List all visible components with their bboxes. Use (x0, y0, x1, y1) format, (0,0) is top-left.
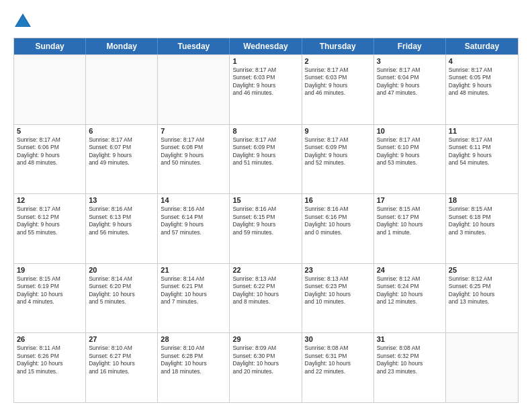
logo (13, 12, 35, 31)
cell-info: Sunrise: 8:14 AM Sunset: 6:20 PM Dayligh… (89, 275, 154, 306)
cell-info: Sunrise: 8:10 AM Sunset: 6:27 PM Dayligh… (89, 345, 154, 375)
calendar-cell-empty-0-2 (158, 55, 230, 124)
cell-info: Sunrise: 8:16 AM Sunset: 6:15 PM Dayligh… (232, 205, 298, 236)
header-cell-sunday: Sunday (14, 38, 86, 54)
cell-day-number: 10 (377, 127, 443, 135)
calendar-cell-27: 27Sunrise: 8:10 AM Sunset: 6:27 PM Dayli… (86, 333, 158, 402)
calendar-body: 1Sunrise: 8:17 AM Sunset: 6:03 PM Daylig… (14, 54, 518, 402)
calendar-cell-2: 2Sunrise: 8:17 AM Sunset: 6:03 PM Daylig… (302, 55, 374, 124)
calendar-cell-empty-0-1 (86, 55, 158, 124)
calendar-cell-29: 29Sunrise: 8:09 AM Sunset: 6:30 PM Dayli… (230, 333, 302, 402)
cell-day-number: 4 (449, 57, 515, 65)
cell-day-number: 9 (305, 127, 371, 135)
cell-info: Sunrise: 8:17 AM Sunset: 6:12 PM Dayligh… (17, 205, 83, 236)
calendar-row-1: 5Sunrise: 8:17 AM Sunset: 6:06 PM Daylig… (14, 124, 518, 194)
calendar-cell-17: 17Sunrise: 8:15 AM Sunset: 6:17 PM Dayli… (374, 194, 446, 263)
cell-info: Sunrise: 8:16 AM Sunset: 6:14 PM Dayligh… (161, 205, 226, 236)
cell-day-number: 25 (449, 266, 515, 274)
cell-day-number: 15 (232, 196, 298, 204)
cell-info: Sunrise: 8:12 AM Sunset: 6:25 PM Dayligh… (449, 275, 515, 306)
cell-info: Sunrise: 8:16 AM Sunset: 6:13 PM Dayligh… (89, 205, 154, 236)
cell-info: Sunrise: 8:12 AM Sunset: 6:24 PM Dayligh… (377, 275, 443, 306)
header-cell-thursday: Thursday (302, 38, 374, 54)
header-cell-monday: Monday (86, 38, 158, 54)
calendar-cell-4: 4Sunrise: 8:17 AM Sunset: 6:05 PM Daylig… (446, 55, 518, 124)
cell-day-number: 13 (89, 196, 154, 204)
cell-day-number: 20 (89, 266, 154, 274)
calendar-cell-24: 24Sunrise: 8:12 AM Sunset: 6:24 PM Dayli… (374, 264, 446, 333)
calendar-cell-23: 23Sunrise: 8:13 AM Sunset: 6:23 PM Dayli… (302, 264, 374, 333)
cell-day-number: 19 (17, 266, 83, 274)
cell-day-number: 29 (232, 335, 298, 343)
calendar-cell-5: 5Sunrise: 8:17 AM Sunset: 6:06 PM Daylig… (14, 125, 86, 194)
calendar-cell-19: 19Sunrise: 8:15 AM Sunset: 6:19 PM Dayli… (14, 264, 86, 333)
calendar-cell-13: 13Sunrise: 8:16 AM Sunset: 6:13 PM Dayli… (86, 194, 158, 263)
calendar-row-4: 26Sunrise: 8:11 AM Sunset: 6:26 PM Dayli… (14, 332, 518, 402)
cell-info: Sunrise: 8:17 AM Sunset: 6:09 PM Dayligh… (305, 136, 371, 167)
cell-day-number: 17 (377, 196, 443, 204)
cell-info: Sunrise: 8:17 AM Sunset: 6:06 PM Dayligh… (17, 136, 83, 167)
calendar-row-2: 12Sunrise: 8:17 AM Sunset: 6:12 PM Dayli… (14, 193, 518, 263)
cell-info: Sunrise: 8:13 AM Sunset: 6:22 PM Dayligh… (232, 275, 298, 306)
cell-day-number: 7 (161, 127, 226, 135)
calendar-cell-6: 6Sunrise: 8:17 AM Sunset: 6:07 PM Daylig… (86, 125, 158, 194)
cell-info: Sunrise: 8:08 AM Sunset: 6:31 PM Dayligh… (305, 345, 371, 375)
calendar-header-row: SundayMondayTuesdayWednesdayThursdayFrid… (14, 38, 518, 54)
cell-day-number: 18 (449, 196, 515, 204)
cell-day-number: 3 (377, 57, 443, 65)
cell-info: Sunrise: 8:17 AM Sunset: 6:03 PM Dayligh… (305, 66, 371, 97)
cell-info: Sunrise: 8:15 AM Sunset: 6:19 PM Dayligh… (17, 275, 83, 306)
calendar-cell-21: 21Sunrise: 8:14 AM Sunset: 6:21 PM Dayli… (158, 264, 230, 333)
calendar-row-0: 1Sunrise: 8:17 AM Sunset: 6:03 PM Daylig… (14, 54, 518, 124)
cell-day-number: 31 (377, 335, 443, 343)
calendar-row-3: 19Sunrise: 8:15 AM Sunset: 6:19 PM Dayli… (14, 263, 518, 333)
calendar-cell-12: 12Sunrise: 8:17 AM Sunset: 6:12 PM Dayli… (14, 194, 86, 263)
calendar: SundayMondayTuesdayWednesdayThursdayFrid… (13, 38, 519, 403)
calendar-cell-empty-4-6 (446, 333, 518, 402)
cell-info: Sunrise: 8:16 AM Sunset: 6:16 PM Dayligh… (305, 205, 371, 236)
calendar-cell-10: 10Sunrise: 8:17 AM Sunset: 6:10 PM Dayli… (374, 125, 446, 194)
cell-day-number: 16 (305, 196, 371, 204)
cell-info: Sunrise: 8:15 AM Sunset: 6:18 PM Dayligh… (449, 205, 515, 236)
cell-day-number: 5 (17, 127, 83, 135)
calendar-cell-25: 25Sunrise: 8:12 AM Sunset: 6:25 PM Dayli… (446, 264, 518, 333)
header-cell-wednesday: Wednesday (230, 38, 302, 54)
calendar-cell-30: 30Sunrise: 8:08 AM Sunset: 6:31 PM Dayli… (302, 333, 374, 402)
cell-day-number: 8 (232, 127, 298, 135)
calendar-cell-11: 11Sunrise: 8:17 AM Sunset: 6:11 PM Dayli… (446, 125, 518, 194)
cell-info: Sunrise: 8:09 AM Sunset: 6:30 PM Dayligh… (232, 345, 298, 375)
cell-info: Sunrise: 8:17 AM Sunset: 6:03 PM Dayligh… (232, 66, 298, 97)
cell-info: Sunrise: 8:14 AM Sunset: 6:21 PM Dayligh… (161, 275, 226, 306)
svg-marker-1 (16, 16, 30, 26)
logo-icon (13, 12, 32, 31)
header-cell-friday: Friday (374, 38, 446, 54)
cell-day-number: 11 (449, 127, 515, 135)
calendar-cell-18: 18Sunrise: 8:15 AM Sunset: 6:18 PM Dayli… (446, 194, 518, 263)
calendar-cell-16: 16Sunrise: 8:16 AM Sunset: 6:16 PM Dayli… (302, 194, 374, 263)
calendar-cell-9: 9Sunrise: 8:17 AM Sunset: 6:09 PM Daylig… (302, 125, 374, 194)
calendar-cell-20: 20Sunrise: 8:14 AM Sunset: 6:20 PM Dayli… (86, 264, 158, 333)
cell-info: Sunrise: 8:10 AM Sunset: 6:28 PM Dayligh… (161, 345, 226, 375)
cell-info: Sunrise: 8:17 AM Sunset: 6:05 PM Dayligh… (449, 66, 515, 97)
calendar-cell-3: 3Sunrise: 8:17 AM Sunset: 6:04 PM Daylig… (374, 55, 446, 124)
cell-day-number: 6 (89, 127, 154, 135)
cell-day-number: 12 (17, 196, 83, 204)
calendar-cell-14: 14Sunrise: 8:16 AM Sunset: 6:14 PM Dayli… (158, 194, 230, 263)
calendar-cell-empty-0-0 (14, 55, 86, 124)
cell-day-number: 1 (232, 57, 298, 65)
cell-day-number: 14 (161, 196, 226, 204)
cell-info: Sunrise: 8:15 AM Sunset: 6:17 PM Dayligh… (377, 205, 443, 236)
calendar-cell-31: 31Sunrise: 8:08 AM Sunset: 6:32 PM Dayli… (374, 333, 446, 402)
calendar-cell-1: 1Sunrise: 8:17 AM Sunset: 6:03 PM Daylig… (230, 55, 302, 124)
cell-day-number: 27 (89, 335, 154, 343)
header-cell-tuesday: Tuesday (158, 38, 230, 54)
cell-info: Sunrise: 8:17 AM Sunset: 6:09 PM Dayligh… (232, 136, 298, 167)
cell-day-number: 21 (161, 266, 226, 274)
cell-info: Sunrise: 8:17 AM Sunset: 6:08 PM Dayligh… (161, 136, 226, 167)
cell-info: Sunrise: 8:17 AM Sunset: 6:11 PM Dayligh… (449, 136, 515, 167)
cell-info: Sunrise: 8:17 AM Sunset: 6:07 PM Dayligh… (89, 136, 154, 167)
cell-info: Sunrise: 8:11 AM Sunset: 6:26 PM Dayligh… (17, 345, 83, 375)
cell-info: Sunrise: 8:17 AM Sunset: 6:04 PM Dayligh… (377, 66, 443, 97)
page: SundayMondayTuesdayWednesdayThursdayFrid… (0, 0, 532, 411)
calendar-cell-28: 28Sunrise: 8:10 AM Sunset: 6:28 PM Dayli… (158, 333, 230, 402)
